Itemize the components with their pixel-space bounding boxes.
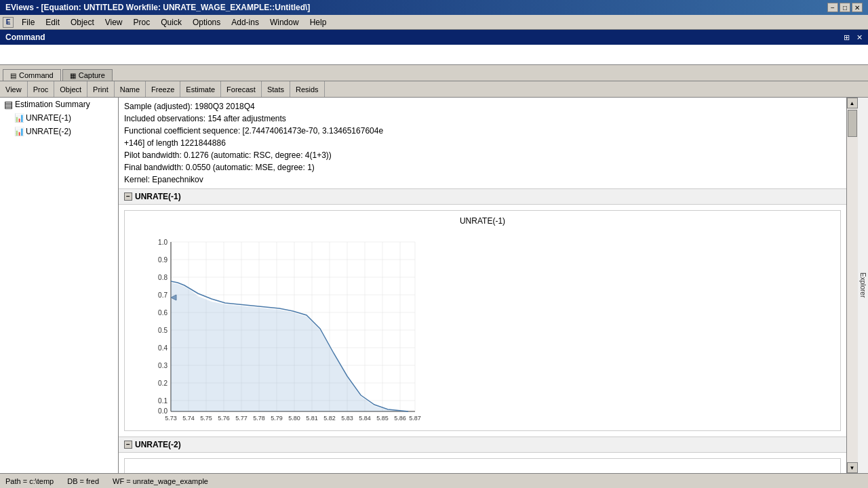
menu-window[interactable]: Window bbox=[264, 16, 304, 28]
section-title-2: UNRATE(-2) bbox=[135, 440, 181, 449]
section-unrate-2-header: − UNRATE(-2) bbox=[119, 436, 846, 453]
explorer-panel[interactable]: Explorer bbox=[857, 98, 868, 473]
svg-text:0.6: 0.6 bbox=[158, 309, 167, 317]
sidebar-item-label-1: UNRATE(-1) bbox=[26, 113, 71, 123]
info-line-3: Functional coefficient sequence: [2.7447… bbox=[124, 125, 841, 137]
info-line-7: Kernel: Epanechnikov bbox=[124, 174, 841, 186]
menu-quick[interactable]: Quick bbox=[155, 16, 187, 28]
sidebar-item-estimation-summary[interactable]: ▤ Estimation Summary bbox=[0, 98, 118, 111]
svg-text:0.7: 0.7 bbox=[158, 291, 167, 299]
menu-object[interactable]: Object bbox=[65, 16, 100, 28]
main-layout: ▤ Estimation Summary 📊 UNRATE(-1) 📊 UNRA… bbox=[0, 98, 868, 473]
svg-text:0.4: 0.4 bbox=[158, 344, 167, 352]
window-title: EViews - [Equation: UNTITLED Workfile: U… bbox=[5, 3, 310, 12]
svg-text:5.83: 5.83 bbox=[341, 415, 353, 422]
sidebar-item-unrate-1[interactable]: 📊 UNRATE(-1) bbox=[0, 111, 118, 125]
table-icon: ▤ bbox=[3, 99, 14, 110]
tab-capture[interactable]: ▦ Capture bbox=[62, 69, 113, 81]
tab-print[interactable]: Print bbox=[87, 81, 115, 97]
tab-object[interactable]: Object bbox=[54, 81, 87, 97]
svg-text:5.85: 5.85 bbox=[376, 415, 389, 422]
chart-icon-1: 📊 bbox=[14, 113, 24, 123]
section-title-1: UNRATE(-1) bbox=[135, 192, 181, 201]
svg-text:5.75: 5.75 bbox=[200, 415, 212, 422]
menu-addins[interactable]: Add-ins bbox=[226, 16, 264, 28]
menu-file[interactable]: File bbox=[16, 16, 40, 28]
svg-text:0.3: 0.3 bbox=[158, 362, 167, 369]
svg-text:5.84: 5.84 bbox=[359, 415, 371, 422]
svg-text:5.86: 5.86 bbox=[394, 415, 406, 422]
chart-svg-1: 1.0 0.9 0.8 0.7 0.6 0.5 0.4 0.3 0.2 0.1 … bbox=[144, 228, 429, 425]
chart-title-1: UNRATE(-1) bbox=[130, 216, 835, 226]
right-scroll-panel: ▲ ▼ bbox=[846, 98, 857, 473]
svg-text:5.80: 5.80 bbox=[288, 415, 300, 422]
svg-marker-53 bbox=[171, 283, 401, 411]
command-bar-close[interactable]: ✕ bbox=[856, 33, 863, 42]
tab-view[interactable]: View bbox=[0, 81, 28, 97]
command-tabs: ▤ Command ▦ Capture bbox=[0, 65, 868, 81]
svg-text:5.74: 5.74 bbox=[182, 415, 195, 422]
info-line-5: Pilot bandwidth: 0.1276 (automatic: RSC,… bbox=[124, 149, 841, 161]
status-wf: WF = unrate_wage_example bbox=[113, 477, 208, 485]
app-icon: E bbox=[3, 17, 14, 28]
svg-text:5.82: 5.82 bbox=[323, 415, 336, 422]
info-line-6: Final bandwidth: 0.0550 (automatic: MSE,… bbox=[124, 161, 841, 174]
tab-freeze[interactable]: Freeze bbox=[146, 81, 180, 97]
command-bar-expand[interactable]: ⊞ bbox=[844, 33, 850, 42]
scroll-down-arrow[interactable]: ▼ bbox=[847, 462, 858, 473]
menu-help[interactable]: Help bbox=[304, 16, 332, 28]
svg-text:5.78: 5.78 bbox=[253, 415, 265, 422]
tab-command[interactable]: ▤ Command bbox=[3, 69, 61, 81]
sidebar-item-label: Estimation Summary bbox=[15, 100, 90, 109]
menu-proc[interactable]: Proc bbox=[128, 16, 156, 28]
window-controls[interactable]: − □ ✕ bbox=[827, 3, 863, 12]
status-db: DB = fred bbox=[67, 477, 99, 485]
maximize-button[interactable]: □ bbox=[840, 3, 850, 12]
command-input[interactable] bbox=[3, 50, 865, 60]
close-button[interactable]: ✕ bbox=[852, 3, 863, 12]
sidebar-item-unrate-2[interactable]: 📊 UNRATE(-2) bbox=[0, 125, 118, 138]
chart-icon-2: 📊 bbox=[14, 126, 24, 137]
sidebar-item-label-2: UNRATE(-2) bbox=[26, 127, 71, 136]
minimize-button[interactable]: − bbox=[827, 3, 838, 12]
svg-text:5.81: 5.81 bbox=[306, 415, 318, 422]
svg-text:0.0: 0.0 bbox=[158, 407, 167, 415]
svg-text:5.76: 5.76 bbox=[218, 415, 230, 422]
command-input-area bbox=[0, 45, 868, 65]
info-line-4: +146] of length 1221844886 bbox=[124, 137, 841, 149]
svg-text:5.79: 5.79 bbox=[271, 415, 283, 422]
collapse-btn-1[interactable]: − bbox=[124, 192, 132, 201]
collapse-btn-2[interactable]: − bbox=[124, 441, 132, 449]
menu-options[interactable]: Options bbox=[187, 16, 226, 28]
svg-text:0.1: 0.1 bbox=[158, 397, 167, 405]
content-area: Sample (adjusted): 1980Q3 2018Q4 Include… bbox=[119, 98, 846, 473]
title-bar: EViews - [Equation: UNTITLED Workfile: U… bbox=[0, 0, 868, 15]
tab-estimate[interactable]: Estimate bbox=[180, 81, 221, 97]
svg-text:5.87: 5.87 bbox=[409, 415, 421, 422]
chart-unrate-1: UNRATE(-1) bbox=[124, 210, 841, 431]
info-block: Sample (adjusted): 1980Q3 2018Q4 Include… bbox=[119, 98, 846, 188]
info-line-2: Included observations: 154 after adjustm… bbox=[124, 113, 841, 125]
tab-stats[interactable]: Stats bbox=[262, 81, 290, 97]
tab-forecast[interactable]: Forecast bbox=[221, 81, 262, 97]
status-path: Path = c:\temp bbox=[5, 477, 54, 485]
scroll-up-arrow[interactable]: ▲ bbox=[847, 98, 858, 108]
section-unrate-1-header: − UNRATE(-1) bbox=[119, 188, 846, 205]
svg-text:0.2: 0.2 bbox=[158, 380, 167, 387]
svg-text:5.77: 5.77 bbox=[235, 415, 248, 422]
menu-edit[interactable]: Edit bbox=[40, 16, 65, 28]
tab-name[interactable]: Name bbox=[115, 81, 146, 97]
explorer-label: Explorer bbox=[859, 272, 867, 298]
tab-resids[interactable]: Resids bbox=[290, 81, 325, 97]
menu-view[interactable]: View bbox=[100, 16, 128, 28]
chart-unrate-2-placeholder bbox=[124, 458, 841, 473]
command-bar-title: Command bbox=[5, 33, 45, 42]
svg-text:0.9: 0.9 bbox=[158, 256, 167, 264]
svg-text:5.73: 5.73 bbox=[165, 415, 177, 422]
svg-text:0.8: 0.8 bbox=[158, 274, 167, 281]
scroll-thumb[interactable] bbox=[848, 110, 857, 137]
menu-bar: E File Edit Object View Proc Quick Optio… bbox=[0, 15, 868, 30]
status-bar: Path = c:\temp DB = fred WF = unrate_wag… bbox=[0, 473, 868, 488]
svg-text:0.5: 0.5 bbox=[158, 327, 167, 334]
tab-proc[interactable]: Proc bbox=[28, 81, 55, 97]
